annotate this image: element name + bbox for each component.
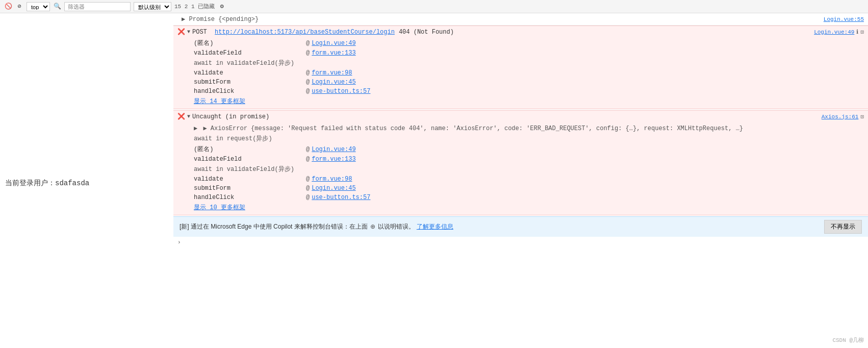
message-count: 15 2 1 已隐藏: [174, 3, 215, 10]
stack-2-at-4: @: [306, 176, 310, 183]
clear-console-icon[interactable]: 🚫: [4, 3, 12, 11]
error-1-icon: ❌: [177, 28, 185, 36]
axios-error-row: ▶ ▶ AxiosError {message: 'Request failed…: [173, 122, 868, 133]
error-1-url[interactable]: http://localhost:5173/api/baseStudentCou…: [215, 29, 395, 36]
stack-1-at-5: @: [306, 88, 310, 95]
stack-2-row-3: await in validateField(异步): [173, 164, 868, 175]
stack-1-name-1: validateField: [194, 49, 306, 57]
stack-2-at-1: @: [306, 146, 310, 153]
stack-2-name-2: validateField: [194, 156, 306, 163]
stack-1-name-2: await in validateField(异步): [194, 59, 306, 67]
filter-toggle-icon[interactable]: ⊘: [15, 3, 23, 11]
stack-2-name-6: handleClick: [194, 194, 306, 201]
error-1-source: Login.vue:49 ℹ ⊡: [814, 29, 864, 35]
error-block-2: ❌ ▼ Uncaught (in promise) Axios.js:61 ⊡ …: [173, 110, 868, 215]
console-toolbar: 🚫 ⊘ top 🔍 默认级别 15 2 1 已隐藏 ⚙: [0, 0, 868, 13]
error-2-header-left: ❌ ▼ Uncaught (in promise): [177, 113, 822, 120]
error-1-header-left: ❌ ▼ POST http://localhost:5173/api/baseS…: [177, 28, 814, 36]
learn-more-link[interactable]: 了解更多信息: [417, 223, 453, 230]
bottom-row: ›: [173, 237, 868, 248]
stack-2-name-4: validate: [194, 176, 306, 183]
stack-2-row-0: await in request(异步): [173, 133, 868, 144]
stack-2-row-4: validate @ form.vue:98: [173, 175, 868, 184]
stack-1-link-0[interactable]: Login.vue:49: [312, 40, 355, 47]
stack-2-link-5[interactable]: Login.vue:45: [312, 185, 355, 192]
stack-1-name-3: validate: [194, 69, 306, 77]
stack-2-at-5: @: [306, 185, 310, 192]
stack-2-name-3: await in validateField(异步): [194, 165, 306, 173]
error-1-method: POST: [192, 29, 207, 36]
show-more-2: 显示 10 更多框架: [173, 202, 868, 215]
stack-1-at-4: @: [306, 79, 310, 86]
stack-1-link-1[interactable]: form.vue:133: [312, 49, 355, 57]
show-more-1-link[interactable]: 显示 14 更多框架: [194, 98, 245, 105]
error-2-icon: ❌: [177, 113, 185, 120]
stack-1-link-3[interactable]: form.vue:98: [312, 69, 352, 77]
filter-input[interactable]: [64, 2, 131, 11]
error-2-source: Axios.js:61 ⊡: [822, 113, 864, 120]
stack-2-row-6: handleClick @ use-button.ts:57: [173, 193, 868, 202]
stack-2-name-5: submitForm: [194, 185, 306, 192]
stack-2-at-2: @: [306, 156, 310, 163]
level-select[interactable]: top: [27, 2, 50, 11]
axios-expand-icon[interactable]: ▶: [194, 125, 197, 132]
stack-1-row-3: validate @ form.vue:98: [173, 68, 868, 78]
promise-pending-source[interactable]: Login.vue:55: [824, 16, 864, 22]
stack-1-row-1: validateField @ form.vue:133: [173, 48, 868, 58]
stack-2-link-4[interactable]: form.vue:98: [312, 176, 352, 183]
info-text-after: 以说明错误。: [378, 223, 415, 230]
show-more-1: 显示 14 更多框架: [173, 96, 868, 109]
stack-1-row-5: handleClick @ use-button.ts:57: [173, 87, 868, 96]
stack-1-row-0: (匿名) @ Login.vue:49: [173, 38, 868, 48]
info-banner-text: [新] 通过在 Microsoft Edge 中使用 Copilot 来解释控制…: [180, 222, 453, 231]
info-text-before: [新] 通过在 Microsoft Edge 中使用 Copilot 来解释控制…: [180, 223, 368, 230]
show-more-2-link[interactable]: 显示 10 更多框架: [194, 204, 245, 211]
error-1-expand[interactable]: ▼: [187, 29, 190, 35]
stack-2-row-5: submitForm @ Login.vue:45: [173, 184, 868, 193]
current-user-label: 当前登录用户：sdafasda: [5, 179, 89, 188]
stack-2-name-0: await in request(异步): [194, 134, 306, 143]
stack-1-row-4: submitForm @ Login.vue:45: [173, 78, 868, 87]
stack-1-row-2: await in validateField(异步): [173, 58, 868, 68]
stack-2-link-1[interactable]: Login.vue:49: [312, 146, 355, 153]
main-content: 当前登录用户：sdafasda ▶ Promise {<pending>} Lo…: [0, 13, 868, 248]
stack-2-link-6[interactable]: use-button.ts:57: [312, 194, 370, 201]
stack-1-name-5: handleClick: [194, 88, 306, 95]
error-2-header: ❌ ▼ Uncaught (in promise) Axios.js:61 ⊡: [173, 111, 868, 122]
error-2-copy-icon[interactable]: ⊡: [860, 113, 864, 120]
chevron-right-icon[interactable]: ›: [177, 239, 181, 245]
stack-1-link-4[interactable]: Login.vue:45: [312, 79, 355, 86]
stack-2-row-2: validateField @ form.vue:133: [173, 155, 868, 164]
error-1-status: 404 (Not Found): [399, 29, 454, 36]
stack-1-at-0: @: [306, 40, 310, 47]
promise-pending-row: ▶ Promise {<pending>} Login.vue:55: [173, 13, 868, 26]
error-2-expand[interactable]: ▼: [187, 114, 190, 119]
promise-pending-text: ▶ Promise {<pending>}: [182, 15, 259, 23]
stack-1-link-5[interactable]: use-button.ts:57: [312, 88, 370, 95]
csdn-watermark: CSDN @几柳: [832, 336, 864, 344]
stack-2-row-1: (匿名) @ Login.vue:49: [173, 144, 868, 155]
error-1-header: ❌ ▼ POST http://localhost:5173/api/baseS…: [173, 26, 868, 38]
stack-1-name-0: (匿名): [194, 39, 306, 47]
error-2-source-link[interactable]: Axios.js:61: [822, 114, 859, 120]
console-output: ▶ Promise {<pending>} Login.vue:55 ❌ ▼ P…: [173, 13, 868, 248]
error-1-source-link[interactable]: Login.vue:49: [814, 29, 854, 35]
settings-icon[interactable]: ⚙: [218, 3, 226, 11]
search-icon[interactable]: 🔍: [53, 3, 61, 11]
stack-2-link-2[interactable]: form.vue:133: [312, 156, 355, 163]
stack-1-at-1: @: [306, 49, 310, 57]
error-1-info-icon[interactable]: ℹ: [856, 29, 858, 35]
copilot-icon: ⊕: [370, 223, 375, 230]
error-block-1: ❌ ▼ POST http://localhost:5173/api/baseS…: [173, 26, 868, 109]
error-2-prefix: Uncaught (in promise): [192, 113, 269, 120]
axios-error-text: ▶ AxiosError {message: 'Request failed w…: [203, 125, 743, 132]
info-banner: [新] 通过在 Microsoft Edge 中使用 Copilot 来解释控制…: [173, 216, 868, 237]
stack-2-at-6: @: [306, 194, 310, 201]
default-level-select[interactable]: 默认级别: [134, 2, 171, 11]
stack-2-name-1: (匿名): [194, 145, 306, 154]
stack-1-name-4: submitForm: [194, 79, 306, 86]
error-1-copy-icon[interactable]: ⊡: [860, 29, 864, 35]
stack-1-at-3: @: [306, 69, 310, 77]
dismiss-button[interactable]: 不再显示: [824, 220, 862, 234]
